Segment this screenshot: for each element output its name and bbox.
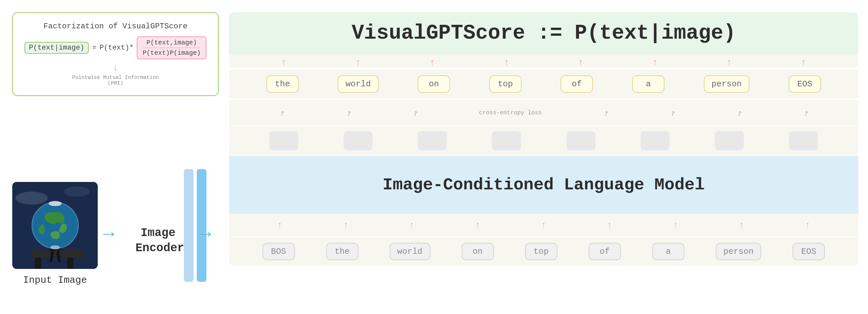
token-col-3: ↑ — [397, 58, 468, 68]
pmi-label: Pointwise Mutual Information(PMI) — [72, 75, 159, 86]
fraction-numerator: P(text,image) — [143, 39, 200, 48]
token-a: a — [632, 75, 664, 93]
bot-token-on: on — [462, 243, 494, 260]
diag-arrow-1: ↗ — [277, 107, 287, 119]
pink-arrow-8: ↑ — [801, 58, 806, 68]
svg-point-2 — [64, 186, 90, 197]
hidden-8 — [789, 131, 818, 150]
token-col-4: ↑ — [471, 58, 542, 68]
bottom-tokens-row: BOS the world on top of a person EOS — [229, 237, 858, 266]
svg-rect-4 — [35, 258, 41, 269]
svg-rect-5 — [67, 258, 73, 269]
encoder-bar-1 — [184, 169, 193, 282]
bot-arrow-3: ↑ — [409, 220, 414, 230]
pink-arrow-5: ↑ — [578, 58, 584, 68]
token-of: of — [561, 75, 593, 93]
bot-token-of: of — [589, 243, 621, 260]
encoder-label: ImageEncoder — [135, 226, 181, 256]
hidden-7 — [715, 131, 744, 150]
pmi-down-arrow: ↓ — [113, 64, 118, 73]
svg-point-1 — [16, 191, 48, 205]
token-col-6: ↑ — [620, 58, 691, 68]
formula-p-text: P(text)* — [100, 44, 134, 52]
bot-token-eos: EOS — [793, 243, 825, 260]
hidden-2 — [343, 131, 373, 150]
hidden-1 — [269, 131, 298, 150]
token-col-1: ↑ — [248, 58, 319, 68]
bot-arrow-4: ↑ — [475, 220, 480, 230]
pink-arrow-3: ↑ — [429, 58, 435, 68]
visual-gpt-title: VisualGPTScore := P(text|image) — [351, 22, 736, 45]
encoder-to-model-arrow: → — [200, 225, 211, 244]
bot-arrow-5: ↑ — [541, 220, 547, 230]
diag-arrow-7: ↗ — [734, 107, 744, 119]
diag-arrow-8: ↗ — [801, 107, 811, 119]
fraction-denominator: P(text)P(image) — [143, 49, 200, 57]
diag-arrow-3: ↗ — [410, 107, 420, 119]
svg-point-9 — [49, 201, 62, 206]
formula-p-text-image: P(text|image) — [25, 42, 89, 54]
pink-arrow-7: ↑ — [726, 58, 732, 68]
pink-arrow-2: ↑ — [355, 58, 361, 68]
bot-arrow-8: ↑ — [739, 220, 744, 230]
formula-equals: = — [92, 44, 96, 52]
pink-arrows-row: ↑ ↑ ↑ ↑ ↑ ↑ ↑ ↑ — [229, 54, 858, 68]
image-to-encoder-arrow: → — [103, 225, 115, 244]
token-col-5: ↑ — [546, 58, 616, 68]
cross-entropy-area: ↗ ↗ ↗ cross-entropy loss ↗ ↗ ↗ ↗ — [229, 100, 858, 126]
token-person: person — [704, 75, 750, 93]
pmi-section: ↓ Pointwise Mutual Information(PMI) — [23, 64, 208, 86]
bot-arrow-7: ↑ — [673, 220, 678, 230]
bot-token-world: world — [390, 243, 430, 260]
token-col-2: ↑ — [322, 58, 394, 68]
bot-token-person: person — [716, 243, 762, 260]
pink-arrow-6: ↑ — [652, 58, 658, 68]
token-top: top — [489, 75, 522, 93]
diag-arrow-6: ↗ — [667, 107, 677, 119]
yellow-tokens-row: the world on top of a person EOS — [229, 70, 858, 99]
token-on: on — [418, 75, 450, 93]
factorization-box: Factorization of VisualGPTScore P(text|i… — [12, 12, 219, 96]
hidden-3 — [418, 131, 447, 150]
pink-arrow-1: ↑ — [281, 58, 287, 68]
bot-token-top: top — [525, 243, 557, 260]
earth-image — [12, 182, 98, 269]
diag-arrow-2: ↗ — [343, 107, 353, 119]
bot-arrow-9: ↑ — [805, 220, 810, 230]
hidden-5 — [566, 131, 595, 150]
hidden-states-row — [229, 126, 858, 155]
bot-token-a: a — [652, 243, 684, 260]
diag-arrow-5: ↗ — [600, 107, 611, 119]
input-image-label: Input Image — [12, 275, 98, 286]
model-label: Image-Conditioned Language Model — [382, 176, 705, 195]
token-eos: EOS — [789, 75, 821, 93]
factorization-title: Factorization of VisualGPTScore — [23, 22, 208, 31]
token-col-7: ↑ — [694, 58, 765, 68]
bot-arrow-2: ↑ — [343, 220, 348, 230]
hidden-4 — [492, 131, 521, 150]
formula-row: P(text|image) = P(text)* P(text,image) P… — [23, 36, 208, 59]
main-layout: Factorization of VisualGPTScore P(text|i… — [0, 0, 868, 314]
bot-arrow-6: ↑ — [607, 220, 613, 230]
cross-entropy-label: cross-entropy loss — [479, 109, 541, 116]
visual-gpt-header: VisualGPTScore := P(text|image) — [229, 12, 858, 54]
fraction-box: P(text,image) P(text)P(image) — [137, 36, 207, 59]
hidden-6 — [641, 131, 670, 150]
token-col-8: ↑ — [768, 58, 839, 68]
token-world: world — [338, 75, 378, 93]
token-the: the — [267, 75, 299, 93]
bot-token-bos: BOS — [262, 243, 295, 260]
bot-token-the: the — [326, 243, 359, 260]
svg-point-10 — [50, 245, 60, 249]
pink-arrow-4: ↑ — [503, 58, 509, 68]
bot-arrow-1: ↑ — [277, 220, 283, 230]
model-box: Image-Conditioned Language Model — [229, 156, 858, 214]
bottom-up-arrows-row: ↑ ↑ ↑ ↑ ↑ ↑ ↑ ↑ ↑ — [229, 214, 858, 236]
